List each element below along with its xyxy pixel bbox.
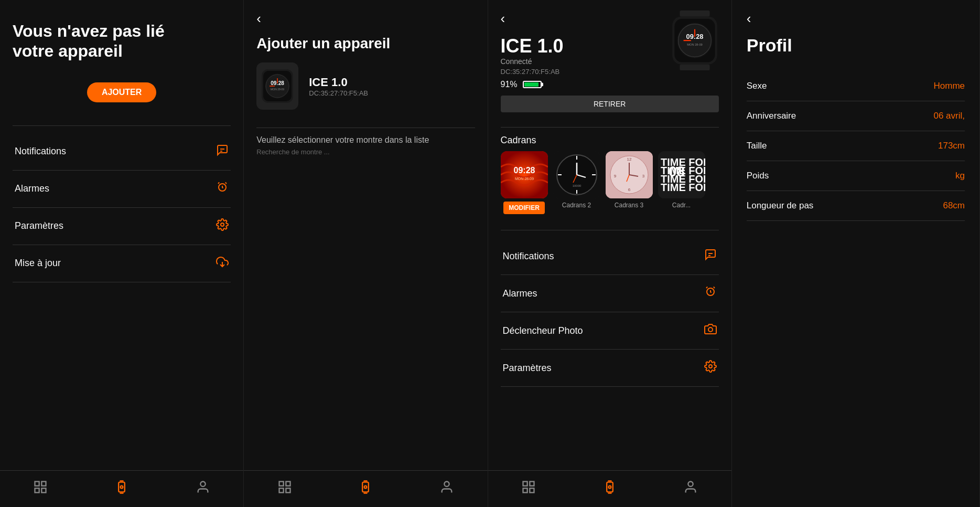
longueur-pas-value: 68cm [943,200,965,211]
svg-point-78 [708,328,713,332]
parametres-label: Paramètres [15,220,63,231]
svg-rect-8 [42,482,46,486]
nav-watch-icon[interactable] [114,480,129,498]
svg-rect-9 [35,488,39,492]
profile-row-longueur-pas[interactable]: Longueur de pas 68cm [747,191,965,221]
nav2-watch-icon[interactable] [358,480,373,498]
anniversaire-value: 06 avril, [933,111,965,121]
menu-item-notifications[interactable]: Notifications [13,133,231,171]
cadran-face-1: 09:28 MON 28-09 [501,151,548,198]
svg-line-77 [714,287,715,288]
p3-notifications-label: Notifications [503,251,554,262]
nav-list-icon[interactable] [33,480,48,498]
cadran-item-1[interactable]: 09:28 MON 28-09 MODIFIER [501,151,548,214]
cadran-item-2[interactable]: 10000 Cadrans 2 [553,151,600,214]
svg-text:TIME FOR: TIME FOR [661,182,705,193]
panel-add-device: ‹ Ajouter un appareil 09:28 MON 28-09 IC… [244,0,488,507]
device-id: DC:35:27:70:F5:AB [309,89,368,97]
taille-label: Taille [747,141,767,151]
watch-svg-p3: 09:28 MON 28-09 [669,10,721,70]
anniversaire-label: Anniversaire [747,111,796,121]
panel2-back-button[interactable]: ‹ [256,10,475,27]
svg-point-21 [266,75,289,98]
nav2-profile-icon[interactable] [439,480,454,498]
cadran-face-2: 10000 [553,151,600,198]
nav-profile-icon[interactable] [196,480,210,498]
svg-rect-81 [530,482,534,486]
search-text: Veuillez sélectionner votre montre dans … [256,135,475,145]
longueur-pas-label: Longueur de pas [747,200,814,211]
svg-text:9: 9 [613,174,616,178]
p3-notifications-icon [704,248,717,264]
taille-value: 173cm [938,141,965,151]
device-name: ICE 1.0 [309,76,368,89]
svg-point-34 [444,482,449,487]
battery-fill [524,82,539,87]
panel1-menu: Notifications Alarmes Paramètres [13,133,231,282]
p3-alarmes-icon [704,286,717,301]
svg-rect-82 [523,488,527,492]
svg-point-33 [364,486,367,489]
p3-menu-parametres[interactable]: Paramètres [501,350,719,387]
cadrans-row: 09:28 MON 28-09 MODIFIER [501,151,719,214]
p3-parametres-icon [704,360,717,376]
svg-rect-7 [35,482,39,486]
poids-value: kg [955,171,965,181]
menu-item-parametres[interactable]: Paramètres [13,208,231,245]
nav3-list-icon[interactable] [521,480,536,498]
profile-row-sexe[interactable]: Sexe Homme [747,71,965,101]
nav2-list-icon[interactable] [277,480,292,498]
battery-row: 91% [501,80,719,89]
svg-point-88 [688,482,693,487]
add-device-button[interactable]: AJOUTER [87,82,156,102]
no-device-title: Vous n'avez pas lié votre appareil [13,21,231,61]
watch-large-image: 09:28 MON 28-09 [669,10,721,68]
svg-rect-26 [279,482,283,486]
svg-text:MON 28-09: MON 28-09 [687,43,702,46]
p3-parametres-label: Paramètres [503,363,552,374]
alarmes-icon [216,181,229,197]
menu-item-alarmes[interactable]: Alarmes [13,171,231,208]
cadran-name-2: Cadrans 2 [562,202,591,209]
device-watch-image: 09:28 MON 28-09 [256,62,298,110]
svg-text:MON 28-09: MON 28-09 [271,88,284,91]
alarmes-label: Alarmes [15,183,49,194]
parametres-icon [216,218,229,234]
device-info: ICE 1.0 DC:35:27:70:F5:AB [309,76,368,97]
svg-text:6: 6 [628,187,630,192]
cadran-name-4: Cadr... [672,202,691,209]
p3-menu-notifications[interactable]: Notifications [501,238,719,275]
menu-item-mise-a-jour[interactable]: Mise à jour [13,245,231,282]
cadrans-section: Cadrans [501,135,719,214]
svg-rect-30 [363,482,369,492]
svg-point-87 [608,486,611,489]
svg-rect-36 [680,65,709,70]
notifications-icon [216,144,229,160]
mise-a-jour-icon [216,256,229,271]
p3-menu-alarmes[interactable]: Alarmes [501,275,719,312]
p3-menu-declencheur[interactable]: Déclencheur Photo [501,312,719,350]
notifications-label: Notifications [15,146,66,157]
nav3-profile-icon[interactable] [683,480,698,498]
profile-row-poids[interactable]: Poids kg [747,161,965,191]
battery-percent: 91% [501,80,518,89]
sexe-value: Homme [933,81,965,91]
cadran-item-4[interactable]: TIME FOR TIME FOR TIME FOR TIME FOR 08 C… [658,151,705,214]
battery-bar [523,81,542,88]
svg-point-15 [200,482,205,487]
watch-svg-p2: 09:28 MON 28-09 [259,65,296,107]
svg-rect-29 [286,488,290,492]
retirer-button[interactable]: RETIRER [501,96,719,112]
panel4-back-button[interactable]: ‹ [747,10,965,27]
profile-row-taille[interactable]: Taille 173cm [747,131,965,161]
panel-device-detail: ‹ 09:28 MON 28-09 ICE 1.0 Connecté DC:35… [488,0,732,507]
svg-rect-10 [42,488,46,492]
svg-rect-11 [119,482,125,492]
cadran-item-3[interactable]: 12 3 6 9 Cadrans 3 [606,151,653,214]
svg-rect-45 [501,151,548,198]
poids-label: Poids [747,171,769,181]
modify-cadran-button[interactable]: MODIFIER [503,202,545,214]
nav3-watch-icon[interactable] [602,480,617,498]
profile-row-anniversaire[interactable]: Anniversaire 06 avril, [747,101,965,131]
search-sub: Recherche de montre ... [256,148,475,156]
